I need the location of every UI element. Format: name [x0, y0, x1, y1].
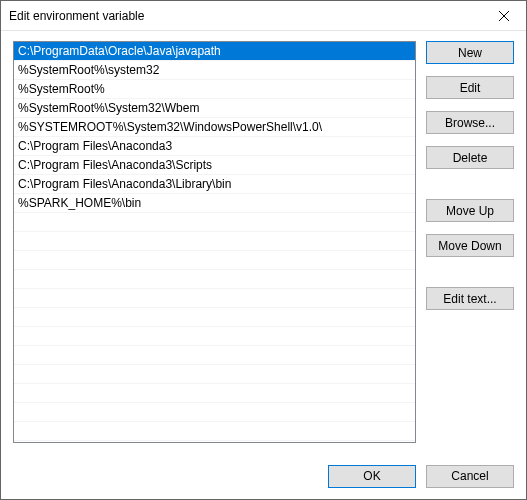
list-item[interactable]	[14, 270, 415, 289]
close-icon	[499, 11, 509, 21]
side-button-panel: New Edit Browse... Delete Move Up Move D…	[426, 41, 514, 453]
list-item[interactable]	[14, 422, 415, 441]
list-item[interactable]	[14, 403, 415, 422]
list-item[interactable]: C:\Program Files\Anaconda3\Scripts	[14, 156, 415, 175]
list-item[interactable]: C:\ProgramData\Oracle\Java\javapath	[14, 42, 415, 61]
list-item[interactable]: %SystemRoot%\system32	[14, 61, 415, 80]
delete-button[interactable]: Delete	[426, 146, 514, 169]
move-down-button[interactable]: Move Down	[426, 234, 514, 257]
move-up-button[interactable]: Move Up	[426, 199, 514, 222]
list-item[interactable]: %SystemRoot%	[14, 80, 415, 99]
list-item[interactable]	[14, 384, 415, 403]
window-title: Edit environment variable	[9, 9, 481, 23]
dialog-window: Edit environment variable C:\ProgramData…	[0, 0, 527, 500]
titlebar: Edit environment variable	[1, 1, 526, 31]
list-item[interactable]	[14, 232, 415, 251]
list-item[interactable]	[14, 289, 415, 308]
list-item[interactable]	[14, 346, 415, 365]
dialog-body: C:\ProgramData\Oracle\Java\javapath%Syst…	[1, 31, 526, 453]
list-item[interactable]: C:\Program Files\Anaconda3	[14, 137, 415, 156]
list-item[interactable]	[14, 308, 415, 327]
path-listbox[interactable]: C:\ProgramData\Oracle\Java\javapath%Syst…	[13, 41, 416, 443]
ok-button[interactable]: OK	[328, 465, 416, 488]
list-item[interactable]	[14, 327, 415, 346]
new-button[interactable]: New	[426, 41, 514, 64]
list-item[interactable]: %SystemRoot%\System32\Wbem	[14, 99, 415, 118]
list-item[interactable]: %SYSTEMROOT%\System32\WindowsPowerShell\…	[14, 118, 415, 137]
edit-button[interactable]: Edit	[426, 76, 514, 99]
list-item[interactable]	[14, 251, 415, 270]
edit-text-button[interactable]: Edit text...	[426, 287, 514, 310]
browse-button[interactable]: Browse...	[426, 111, 514, 134]
list-item[interactable]	[14, 365, 415, 384]
dialog-footer: OK Cancel	[1, 453, 526, 499]
list-item[interactable]: %SPARK_HOME%\bin	[14, 194, 415, 213]
list-item[interactable]	[14, 213, 415, 232]
close-button[interactable]	[481, 1, 526, 30]
cancel-button[interactable]: Cancel	[426, 465, 514, 488]
list-item[interactable]: C:\Program Files\Anaconda3\Library\bin	[14, 175, 415, 194]
